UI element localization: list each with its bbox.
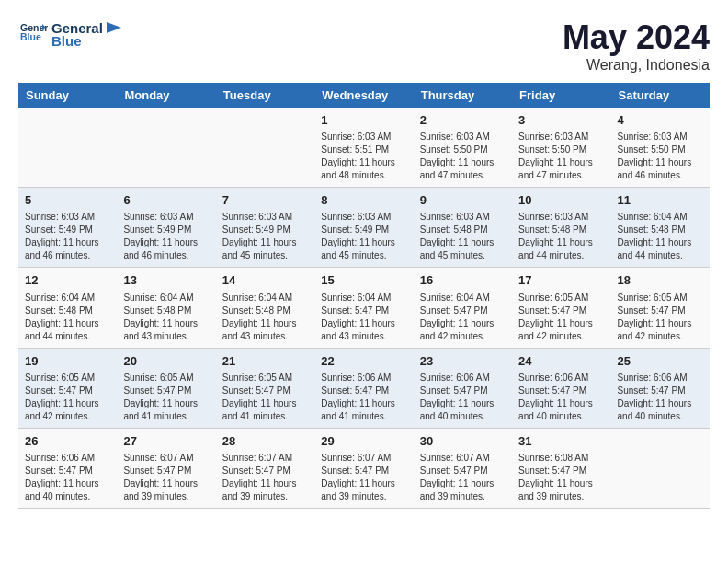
day-number: 9 — [420, 192, 506, 209]
page-header: General Blue General Blue May 2024 Weran… — [18, 18, 710, 74]
logo-flag-icon — [105, 20, 123, 39]
svg-marker-3 — [107, 22, 121, 33]
day-info: Sunrise: 6:05 AM Sunset: 5:47 PM Dayligh… — [123, 372, 209, 423]
day-info: Sunrise: 6:03 AM Sunset: 5:49 PM Dayligh… — [222, 211, 308, 262]
calendar-week-row: 5Sunrise: 6:03 AM Sunset: 5:49 PM Daylig… — [18, 188, 710, 268]
day-info: Sunrise: 6:06 AM Sunset: 5:47 PM Dayligh… — [25, 452, 110, 503]
calendar-cell: 3Sunrise: 6:03 AM Sunset: 5:50 PM Daylig… — [512, 108, 610, 188]
calendar-week-row: 1Sunrise: 6:03 AM Sunset: 5:51 PM Daylig… — [18, 108, 710, 188]
calendar-cell: 30Sunrise: 6:07 AM Sunset: 5:47 PM Dayli… — [414, 428, 512, 508]
day-info: Sunrise: 6:03 AM Sunset: 5:50 PM Dayligh… — [420, 131, 506, 182]
weekday-header-tuesday: Tuesday — [216, 83, 314, 108]
calendar-cell — [611, 428, 710, 508]
day-number: 27 — [123, 433, 209, 450]
title-block: May 2024 Werang, Indonesia — [563, 18, 710, 74]
day-number: 19 — [25, 353, 110, 370]
calendar-cell: 15Sunrise: 6:04 AM Sunset: 5:47 PM Dayli… — [314, 268, 413, 348]
day-info: Sunrise: 6:07 AM Sunset: 5:47 PM Dayligh… — [123, 452, 209, 503]
day-number: 21 — [222, 353, 308, 370]
calendar-cell: 27Sunrise: 6:07 AM Sunset: 5:47 PM Dayli… — [117, 428, 215, 508]
calendar-cell: 23Sunrise: 6:06 AM Sunset: 5:47 PM Dayli… — [414, 348, 512, 428]
day-number: 13 — [123, 272, 209, 289]
calendar-week-row: 19Sunrise: 6:05 AM Sunset: 5:47 PM Dayli… — [18, 348, 710, 428]
calendar-cell: 7Sunrise: 6:03 AM Sunset: 5:49 PM Daylig… — [216, 188, 314, 268]
calendar-cell: 19Sunrise: 6:05 AM Sunset: 5:47 PM Dayli… — [18, 348, 117, 428]
day-number: 5 — [25, 192, 110, 209]
day-number: 24 — [518, 353, 604, 370]
calendar-week-row: 26Sunrise: 6:06 AM Sunset: 5:47 PM Dayli… — [18, 428, 710, 508]
day-number: 15 — [321, 272, 406, 289]
calendar-cell: 10Sunrise: 6:03 AM Sunset: 5:48 PM Dayli… — [512, 188, 610, 268]
day-number: 20 — [123, 353, 209, 370]
weekday-header-thursday: Thursday — [414, 83, 512, 108]
day-info: Sunrise: 6:06 AM Sunset: 5:47 PM Dayligh… — [321, 372, 406, 423]
logo: General Blue General Blue — [18, 18, 123, 50]
day-number: 10 — [518, 192, 604, 209]
day-info: Sunrise: 6:05 AM Sunset: 5:47 PM Dayligh… — [618, 292, 703, 343]
day-number: 31 — [518, 433, 604, 450]
calendar-cell: 29Sunrise: 6:07 AM Sunset: 5:47 PM Dayli… — [314, 428, 413, 508]
day-info: Sunrise: 6:03 AM Sunset: 5:49 PM Dayligh… — [123, 211, 209, 262]
calendar-cell: 12Sunrise: 6:04 AM Sunset: 5:48 PM Dayli… — [18, 268, 117, 348]
day-number: 3 — [518, 112, 604, 129]
day-info: Sunrise: 6:08 AM Sunset: 5:47 PM Dayligh… — [518, 452, 604, 503]
day-info: Sunrise: 6:03 AM Sunset: 5:49 PM Dayligh… — [25, 211, 110, 262]
calendar-cell: 4Sunrise: 6:03 AM Sunset: 5:50 PM Daylig… — [611, 108, 710, 188]
day-info: Sunrise: 6:04 AM Sunset: 5:48 PM Dayligh… — [618, 211, 703, 262]
weekday-header-row: SundayMondayTuesdayWednesdayThursdayFrid… — [18, 83, 710, 108]
calendar-cell: 24Sunrise: 6:06 AM Sunset: 5:47 PM Dayli… — [512, 348, 610, 428]
calendar-cell: 31Sunrise: 6:08 AM Sunset: 5:47 PM Dayli… — [512, 428, 610, 508]
day-number: 25 — [618, 353, 703, 370]
calendar-cell: 13Sunrise: 6:04 AM Sunset: 5:48 PM Dayli… — [117, 268, 215, 348]
day-info: Sunrise: 6:05 AM Sunset: 5:47 PM Dayligh… — [518, 292, 604, 343]
day-info: Sunrise: 6:05 AM Sunset: 5:47 PM Dayligh… — [222, 372, 308, 423]
location-subtitle: Werang, Indonesia — [563, 57, 710, 74]
weekday-header-monday: Monday — [117, 83, 215, 108]
calendar-cell — [18, 108, 117, 188]
day-info: Sunrise: 6:03 AM Sunset: 5:49 PM Dayligh… — [321, 211, 406, 262]
calendar-cell: 14Sunrise: 6:04 AM Sunset: 5:48 PM Dayli… — [216, 268, 314, 348]
calendar-cell: 11Sunrise: 6:04 AM Sunset: 5:48 PM Dayli… — [611, 188, 710, 268]
day-number: 17 — [518, 272, 604, 289]
calendar-cell: 22Sunrise: 6:06 AM Sunset: 5:47 PM Dayli… — [314, 348, 413, 428]
day-number: 8 — [321, 192, 406, 209]
day-info: Sunrise: 6:04 AM Sunset: 5:47 PM Dayligh… — [420, 292, 506, 343]
weekday-header-friday: Friday — [512, 83, 610, 108]
calendar-cell: 2Sunrise: 6:03 AM Sunset: 5:50 PM Daylig… — [414, 108, 512, 188]
day-info: Sunrise: 6:07 AM Sunset: 5:47 PM Dayligh… — [420, 452, 506, 503]
calendar-cell — [117, 108, 215, 188]
day-info: Sunrise: 6:07 AM Sunset: 5:47 PM Dayligh… — [222, 452, 308, 503]
weekday-header-wednesday: Wednesday — [314, 83, 413, 108]
day-info: Sunrise: 6:03 AM Sunset: 5:48 PM Dayligh… — [518, 211, 604, 262]
day-info: Sunrise: 6:07 AM Sunset: 5:47 PM Dayligh… — [321, 452, 406, 503]
calendar-cell: 17Sunrise: 6:05 AM Sunset: 5:47 PM Dayli… — [512, 268, 610, 348]
day-info: Sunrise: 6:06 AM Sunset: 5:47 PM Dayligh… — [518, 372, 604, 423]
day-info: Sunrise: 6:04 AM Sunset: 5:48 PM Dayligh… — [25, 292, 110, 343]
day-number: 26 — [25, 433, 110, 450]
day-info: Sunrise: 6:04 AM Sunset: 5:48 PM Dayligh… — [222, 292, 308, 343]
calendar-cell — [216, 108, 314, 188]
weekday-header-saturday: Saturday — [611, 83, 710, 108]
day-number: 7 — [222, 192, 308, 209]
month-year-title: May 2024 — [563, 18, 710, 57]
calendar-week-row: 12Sunrise: 6:04 AM Sunset: 5:48 PM Dayli… — [18, 268, 710, 348]
day-info: Sunrise: 6:03 AM Sunset: 5:48 PM Dayligh… — [420, 211, 506, 262]
day-number: 16 — [420, 272, 506, 289]
day-number: 4 — [618, 112, 703, 129]
calendar-cell: 28Sunrise: 6:07 AM Sunset: 5:47 PM Dayli… — [216, 428, 314, 508]
day-info: Sunrise: 6:04 AM Sunset: 5:47 PM Dayligh… — [321, 292, 406, 343]
day-info: Sunrise: 6:04 AM Sunset: 5:48 PM Dayligh… — [123, 292, 209, 343]
day-number: 1 — [321, 112, 406, 129]
calendar-cell: 6Sunrise: 6:03 AM Sunset: 5:49 PM Daylig… — [117, 188, 215, 268]
calendar-cell: 25Sunrise: 6:06 AM Sunset: 5:47 PM Dayli… — [611, 348, 710, 428]
calendar-cell: 5Sunrise: 6:03 AM Sunset: 5:49 PM Daylig… — [18, 188, 117, 268]
weekday-header-sunday: Sunday — [18, 83, 117, 108]
calendar-cell: 1Sunrise: 6:03 AM Sunset: 5:51 PM Daylig… — [314, 108, 413, 188]
day-number: 14 — [222, 272, 308, 289]
day-number: 30 — [420, 433, 506, 450]
day-info: Sunrise: 6:03 AM Sunset: 5:50 PM Dayligh… — [618, 131, 703, 182]
day-number: 18 — [618, 272, 703, 289]
day-number: 28 — [222, 433, 308, 450]
day-info: Sunrise: 6:03 AM Sunset: 5:51 PM Dayligh… — [321, 131, 406, 182]
day-info: Sunrise: 6:06 AM Sunset: 5:47 PM Dayligh… — [618, 372, 703, 423]
